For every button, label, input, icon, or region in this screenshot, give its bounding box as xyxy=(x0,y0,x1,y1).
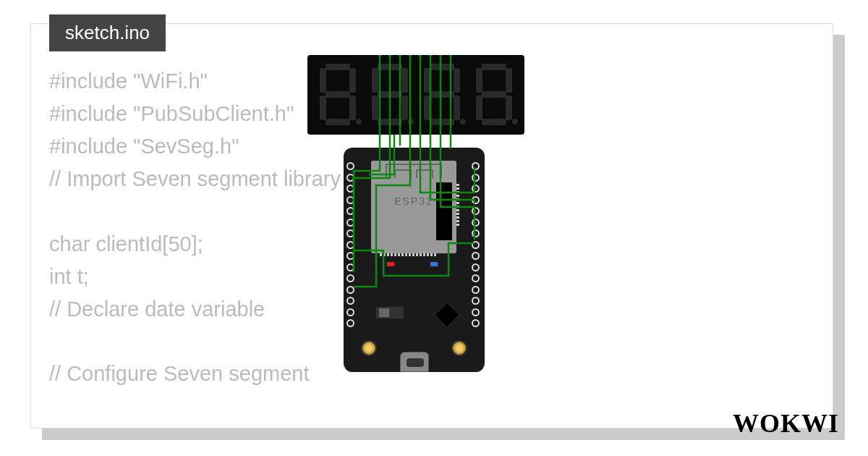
code-line: char clientId[50]; xyxy=(49,232,203,256)
wokwi-logo: WOKWI xyxy=(733,408,839,439)
status-led xyxy=(430,262,438,266)
digit-1 xyxy=(317,62,359,127)
digit-3 xyxy=(421,62,463,127)
logo-text: WOKWI xyxy=(733,409,839,438)
code-line: #include "WiFi.h" xyxy=(49,69,208,93)
esp32-shield: ESP32 xyxy=(371,161,456,253)
digit-4 xyxy=(473,62,515,127)
code-line: // Declare date variable xyxy=(49,297,265,321)
switch xyxy=(376,307,404,318)
code-line: #include "SevSeg.h" xyxy=(49,135,239,158)
circuit-diagram[interactable]: ESP32 xyxy=(282,55,542,373)
seven-segment-display[interactable] xyxy=(307,55,524,135)
usb-port xyxy=(400,352,429,372)
digit-2 xyxy=(369,62,411,127)
pin-row-right xyxy=(472,162,482,327)
file-tab[interactable]: sketch.ino xyxy=(49,14,166,51)
usb-chip xyxy=(434,302,461,329)
power-led xyxy=(387,262,394,266)
code-line: int t; xyxy=(49,265,89,288)
code-line: #include "PubSubClient.h" xyxy=(49,102,294,125)
esp32-board[interactable]: ESP32 xyxy=(344,148,485,372)
code-line: // Configure Seven segment xyxy=(49,362,309,385)
pin-row-left xyxy=(346,162,357,327)
enable-button[interactable] xyxy=(451,340,467,356)
file-tab-label: sketch.ino xyxy=(65,22,150,43)
boot-button[interactable] xyxy=(361,340,377,356)
